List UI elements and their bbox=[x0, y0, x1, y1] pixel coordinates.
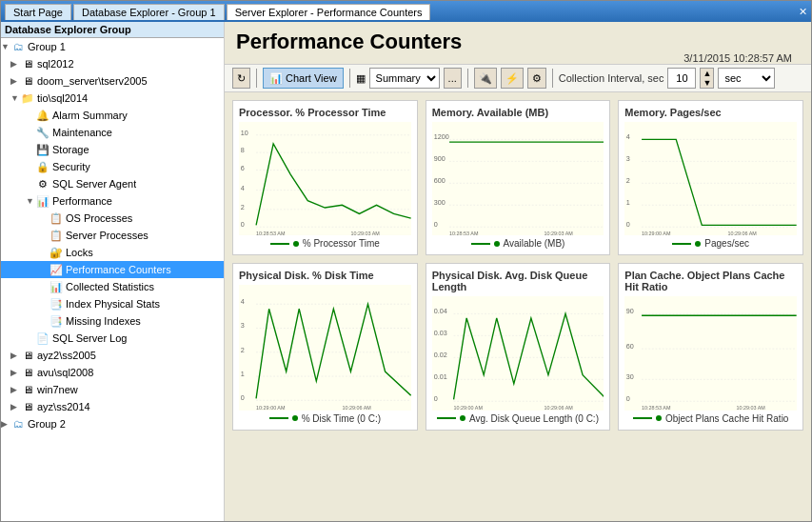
content-header: Performance Counters 3/11/2015 10:28:57 … bbox=[225, 22, 811, 64]
chart-title-disk-time: Physical Disk. % Disk Time bbox=[239, 270, 411, 281]
svg-text:1200: 1200 bbox=[433, 132, 448, 141]
storage-icon: 💾 bbox=[35, 142, 50, 157]
avu-label: avu\sql2008 bbox=[37, 367, 93, 378]
chart-title-disk-queue: Physical Disk. Avg. Disk Queue Length bbox=[432, 270, 604, 292]
svg-text:10:29:03 AM: 10:29:03 AM bbox=[544, 231, 573, 235]
svg-text:300: 300 bbox=[433, 198, 445, 207]
sidebar-group1[interactable]: ▼ 🗂 Group 1 bbox=[1, 38, 224, 55]
expand-ayz-ss2014[interactable]: ▶ bbox=[10, 402, 20, 412]
chart-svg-memory-avail: 1200 900 600 300 0 bbox=[432, 122, 604, 235]
svg-text:10:29:00 AM: 10:29:00 AM bbox=[256, 406, 286, 411]
legend-line-plan-cache bbox=[633, 417, 652, 419]
svg-text:10:29:00 AM: 10:29:00 AM bbox=[642, 231, 671, 235]
disconnect-button[interactable]: ⚡ bbox=[501, 68, 524, 89]
settings-icon: ⚙ bbox=[532, 72, 542, 85]
expand-group1[interactable]: ▼ bbox=[1, 42, 10, 51]
main-window: Start Page Database Explorer - Group 1 S… bbox=[0, 0, 812, 522]
sidebar-security[interactable]: 🔒 Security bbox=[1, 158, 224, 175]
legend-dot-processor bbox=[293, 241, 299, 247]
collection-interval-input[interactable] bbox=[667, 68, 696, 89]
chart-svg-pages: 4 3 2 1 0 bbox=[624, 122, 797, 235]
svg-text:0: 0 bbox=[433, 220, 437, 229]
expand-tio[interactable]: ▼ bbox=[10, 93, 20, 103]
svg-text:3: 3 bbox=[626, 154, 630, 163]
refresh-button[interactable]: ↻ bbox=[232, 68, 250, 89]
chart-view-button[interactable]: 📊 Chart View bbox=[263, 68, 344, 89]
connect-button[interactable]: 🔌 bbox=[474, 68, 497, 89]
legend-dot-pages bbox=[695, 241, 701, 247]
toolbar-divider-1 bbox=[256, 69, 257, 88]
content-area: Performance Counters 3/11/2015 10:28:57 … bbox=[225, 22, 811, 521]
sidebar-sql2012[interactable]: ▶ 🖥 sql2012 bbox=[1, 55, 224, 72]
refresh-icon: ↻ bbox=[237, 72, 246, 85]
group-icon: 🗂 bbox=[10, 39, 26, 54]
sidebar-locks[interactable]: 🔐 Locks bbox=[1, 244, 224, 261]
svg-text:4: 4 bbox=[626, 132, 630, 141]
expand-avu[interactable]: ▶ bbox=[10, 368, 20, 377]
index-stats-label: Index Physical Stats bbox=[66, 298, 160, 310]
main-layout: Database Explorer Group ▼ 🗂 Group 1 ▶ 🖥 … bbox=[1, 22, 811, 521]
tab-db-explorer[interactable]: Database Explorer - Group 1 bbox=[73, 4, 225, 20]
charts-area: Processor. % Processor Time 10 8 6 4 2 0 bbox=[225, 92, 811, 521]
ayz2-label: ayz2\ss2005 bbox=[37, 350, 96, 361]
svg-text:10: 10 bbox=[241, 129, 248, 137]
sidebar-sql-agent[interactable]: ⚙ SQL Server Agent bbox=[1, 175, 224, 192]
expand-win7[interactable]: ▶ bbox=[10, 385, 20, 394]
more-options-button[interactable]: ... bbox=[444, 68, 462, 89]
sidebar-alarm-summary[interactable]: 🔔 Alarm Summary bbox=[1, 107, 224, 124]
expand-group2[interactable]: ▶ bbox=[1, 419, 10, 429]
chart-svg-processor: 10 8 6 4 2 0 bbox=[239, 122, 411, 235]
expand-performance[interactable]: ▼ bbox=[26, 196, 35, 206]
sidebar-os-processes[interactable]: 📋 OS Processes bbox=[1, 210, 224, 227]
sidebar-collected-stats[interactable]: 📊 Collected Statistics bbox=[1, 278, 224, 295]
group-header: Database Explorer Group bbox=[1, 22, 224, 38]
svg-text:0: 0 bbox=[241, 393, 245, 402]
tab-start-page[interactable]: Start Page bbox=[5, 4, 71, 20]
sidebar-performance[interactable]: ▼ 📊 Performance bbox=[1, 192, 224, 210]
sidebar-ayz2[interactable]: ▶ 🖥 ayz2\ss2005 bbox=[1, 347, 224, 364]
performance-icon: 📊 bbox=[35, 193, 50, 209]
sidebar-avu[interactable]: ▶ 🖥 avu\sql2008 bbox=[1, 364, 224, 381]
svg-text:0.01: 0.01 bbox=[433, 373, 446, 382]
sidebar-missing-indexes[interactable]: 📑 Missing Indexes bbox=[1, 312, 224, 330]
connect-icon: 🔌 bbox=[479, 72, 492, 85]
sidebar-ayz-ss2014[interactable]: ▶ 🖥 ayz\ss2014 bbox=[1, 398, 224, 415]
sql-agent-label: SQL Server Agent bbox=[52, 178, 136, 190]
maintenance-icon: 🔧 bbox=[35, 125, 50, 140]
legend-line-processor bbox=[270, 243, 289, 245]
svg-text:4: 4 bbox=[241, 297, 246, 306]
tio-label: tio\sql2014 bbox=[37, 92, 88, 104]
sidebar-performance-counters[interactable]: 📈 Performance Counters bbox=[1, 261, 224, 278]
sidebar-tio-sql2014[interactable]: ▼ 📁 tio\sql2014 bbox=[1, 90, 224, 107]
settings-button[interactable]: ⚙ bbox=[527, 68, 546, 89]
interval-unit-select[interactable]: sec bbox=[718, 68, 775, 89]
group2-icon: 🗂 bbox=[10, 416, 26, 432]
svg-text:10:29:00 AM: 10:29:00 AM bbox=[453, 406, 483, 411]
ayz-ss2014-label: ayz\ss2014 bbox=[37, 401, 90, 412]
sidebar-storage[interactable]: 💾 Storage bbox=[1, 141, 224, 158]
sidebar-sql-log[interactable]: 📄 SQL Server Log bbox=[1, 330, 224, 347]
sql-log-label: SQL Server Log bbox=[52, 332, 127, 344]
expand-sql2012[interactable]: ▶ bbox=[10, 59, 20, 69]
expand-ayz2[interactable]: ▶ bbox=[10, 351, 20, 360]
sidebar-doom-server[interactable]: ▶ 🖥 doom_server\tserv2005 bbox=[1, 72, 224, 90]
interval-up-button[interactable]: ▲▼ bbox=[700, 68, 714, 89]
expand-doom[interactable]: ▶ bbox=[10, 76, 20, 86]
toolbar-divider-3 bbox=[467, 69, 468, 88]
sidebar-server-processes[interactable]: 📋 Server Processes bbox=[1, 227, 224, 244]
legend-dot-plan-cache bbox=[656, 415, 662, 421]
chart-plan-cache: Plan Cache. Object Plans Cache Hit Ratio… bbox=[618, 263, 803, 430]
legend-line-pages bbox=[672, 243, 691, 245]
sidebar-maintenance[interactable]: 🔧 Maintenance bbox=[1, 124, 224, 141]
summary-select[interactable]: Summary bbox=[369, 68, 440, 89]
sidebar-win7new[interactable]: ▶ 🖥 win7new bbox=[1, 381, 224, 398]
tab-server-explorer[interactable]: Server Explorer - Performance Counters bbox=[227, 4, 431, 20]
sql-log-icon: 📄 bbox=[35, 331, 50, 346]
legend-dot-disk-time bbox=[292, 415, 298, 421]
sidebar-index-stats[interactable]: 📑 Index Physical Stats bbox=[1, 295, 224, 312]
sidebar-group2[interactable]: ▶ 🗂 Group 2 bbox=[1, 415, 224, 432]
server-processes-icon: 📋 bbox=[49, 228, 64, 243]
perf-counters-icon: 📈 bbox=[49, 262, 64, 277]
sidebar: Database Explorer Group ▼ 🗂 Group 1 ▶ 🖥 … bbox=[1, 22, 225, 521]
toolbar-divider-2 bbox=[349, 69, 350, 88]
